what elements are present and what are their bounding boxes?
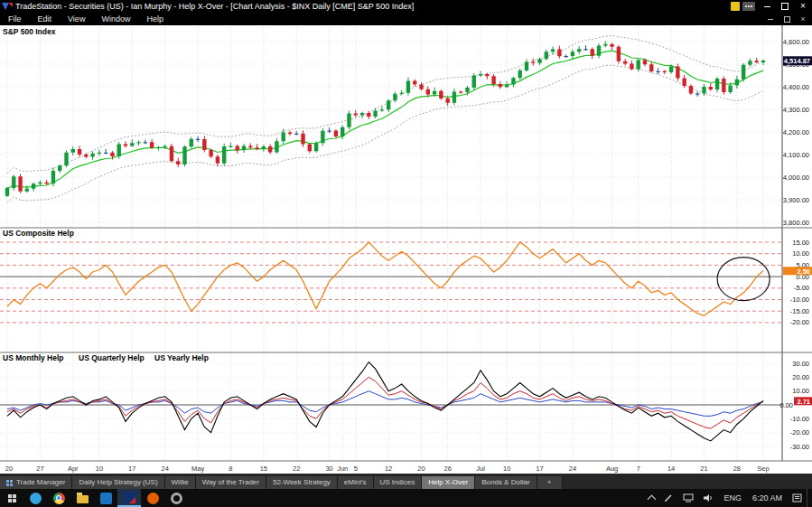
- tab-label: 52-Week Strategy: [273, 476, 331, 489]
- tab-label: Help X-Over: [428, 476, 468, 489]
- candle-body: [360, 113, 364, 116]
- chrome-icon: [53, 493, 65, 504]
- tab-way-of-the-trader[interactable]: Way of the Trader: [196, 476, 266, 489]
- candle-body: [597, 46, 601, 56]
- add-workspace-button[interactable]: +: [537, 476, 563, 489]
- price-badge-value: 4,514.87: [784, 57, 810, 65]
- speaker-icon[interactable]: [698, 489, 718, 507]
- x-axis-label: 24: [569, 465, 576, 473]
- candle-body: [406, 81, 410, 93]
- candle-body: [242, 146, 246, 151]
- chart-analysis-window[interactable]: 4,600.004,500.004,400.004,300.004,200.00…: [0, 25, 812, 474]
- candle-body: [268, 146, 272, 153]
- menu-help[interactable]: Help: [138, 14, 172, 23]
- tab-bonds-dollar[interactable]: Bonds & Dollar: [475, 476, 537, 489]
- child-restore-button[interactable]: [781, 14, 792, 23]
- taskbar-app-tradestation[interactable]: [117, 489, 141, 507]
- candle-body: [255, 147, 258, 149]
- candle-body: [236, 146, 239, 151]
- composite-badge-value: 2.50: [797, 268, 810, 276]
- action-center-icon[interactable]: [788, 489, 807, 507]
- candle-body: [196, 139, 200, 140]
- candle-body: [25, 189, 29, 192]
- candle-body: [202, 139, 206, 150]
- alert-icon[interactable]: [731, 2, 740, 11]
- taskbar-app-outlook[interactable]: [94, 489, 117, 507]
- menu-file[interactable]: File: [0, 14, 30, 23]
- candle-body: [439, 91, 443, 99]
- messages-icon[interactable]: [742, 2, 755, 11]
- chart-canvas[interactable]: 4,600.004,500.004,400.004,300.004,200.00…: [0, 25, 812, 474]
- candle-body: [104, 153, 107, 154]
- menu-edit[interactable]: Edit: [30, 14, 61, 23]
- workspace-tab-bar: Trade ManagerDaily Help Strategy (US)Wil…: [0, 474, 812, 489]
- lower-axis-label: -30.00: [790, 443, 809, 451]
- candle-body: [110, 153, 114, 156]
- candle-body: [163, 146, 166, 147]
- child-minimize-button[interactable]: [765, 14, 776, 23]
- taskbar-app-edge[interactable]: [23, 489, 47, 507]
- title-bar: TradeStation - Securities (US) - Ian Mur…: [0, 0, 812, 13]
- candle-body: [71, 149, 75, 153]
- menu-window[interactable]: Window: [93, 14, 138, 23]
- window-controls: ×: [731, 0, 812, 13]
- candle-body: [262, 146, 266, 149]
- tab-label: Daily Help Strategy (US): [79, 476, 157, 489]
- edge-icon: [30, 493, 42, 504]
- tab-help-x-over[interactable]: Help X-Over: [422, 476, 475, 489]
- x-axis-label: 7: [637, 465, 640, 473]
- tradestation-logo-icon: [2, 2, 13, 11]
- taskbar-app-file-explorer[interactable]: [70, 489, 94, 507]
- candle-body: [387, 100, 390, 109]
- tab-daily-help-strategy-us[interactable]: Daily Help Strategy (US): [72, 476, 164, 489]
- candle-body: [413, 81, 416, 85]
- menu-view[interactable]: View: [60, 14, 93, 23]
- child-close-button[interactable]: ×: [798, 14, 808, 23]
- lower-panel-label: US Quarterly Help: [79, 353, 145, 362]
- chevron-up-icon[interactable]: [644, 489, 659, 507]
- start-button[interactable]: [0, 489, 23, 507]
- candle-body: [419, 85, 423, 89]
- tab-52-week-strategy[interactable]: 52-Week Strategy: [266, 476, 338, 489]
- candle-body: [32, 183, 35, 189]
- x-axis-label: 8: [229, 465, 232, 473]
- candle-body: [182, 146, 186, 164]
- candle-body: [499, 84, 502, 87]
- tab-emini-s[interactable]: eMini's: [338, 476, 374, 489]
- lower-zero-label: 0.00: [779, 401, 793, 409]
- clock[interactable]: 6:20 AM: [747, 493, 788, 502]
- candle-body: [491, 76, 495, 84]
- candle-body: [656, 71, 659, 72]
- tab-label: Way of the Trader: [202, 476, 259, 489]
- candle-body: [637, 61, 640, 70]
- minimize-button[interactable]: [758, 0, 776, 13]
- candle-body: [150, 142, 154, 147]
- tab-us-indices[interactable]: US Indices: [374, 476, 423, 489]
- x-axis-label: May: [191, 465, 204, 473]
- language-indicator[interactable]: ENG: [718, 493, 747, 502]
- x-axis-label: Aug: [606, 465, 618, 473]
- candle-body: [12, 176, 15, 188]
- tab-willie[interactable]: Willie: [165, 476, 196, 489]
- candle-body: [728, 86, 732, 93]
- network-icon[interactable]: [678, 489, 698, 507]
- x-axis-label: 24: [162, 465, 169, 473]
- pen-icon[interactable]: [659, 489, 678, 507]
- candle-body: [51, 171, 55, 183]
- x-axis-label: 15: [260, 465, 267, 473]
- candle-body: [591, 49, 594, 56]
- taskbar-app-chrome[interactable]: [47, 489, 70, 507]
- taskbar-app-settings[interactable]: [164, 489, 188, 507]
- grid-icon: [6, 480, 13, 486]
- show-desktop-button[interactable]: [807, 489, 812, 507]
- child-window-controls: ×: [765, 14, 808, 23]
- restore-button[interactable]: [776, 0, 794, 13]
- close-button[interactable]: ×: [794, 0, 812, 13]
- taskbar-app-firefox[interactable]: [141, 489, 164, 507]
- composite-axis-label: -15.00: [790, 307, 809, 315]
- tab-trade-manager[interactable]: Trade Manager: [0, 476, 72, 489]
- candle-body: [144, 142, 147, 143]
- x-axis-label: 10: [503, 465, 510, 473]
- circle-annotation[interactable]: [717, 258, 770, 301]
- candle-body: [623, 61, 627, 64]
